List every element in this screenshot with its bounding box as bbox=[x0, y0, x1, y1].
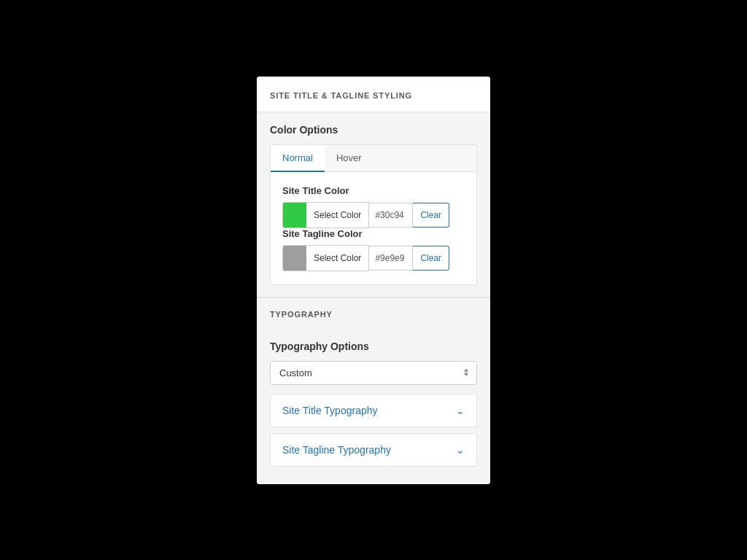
site-title-color-swatch bbox=[283, 203, 306, 228]
site-tagline-color-label: Site Tagline Color bbox=[282, 228, 465, 239]
chevron-down-icon: ⌄ bbox=[456, 405, 465, 416]
site-tagline-select-label: Select Color bbox=[306, 253, 368, 263]
panel-header: Site Title & Tagline Styling bbox=[257, 77, 490, 112]
site-tagline-color-row: Select Color #9e9e9 Clear bbox=[282, 245, 465, 271]
accordion-site-title-typography[interactable]: Site Title Typography ⌄ bbox=[270, 394, 477, 427]
site-title-color-picker-button[interactable]: Select Color bbox=[282, 202, 369, 228]
tab-normal[interactable]: Normal bbox=[271, 145, 325, 172]
site-tagline-clear-button[interactable]: Clear bbox=[413, 246, 449, 271]
color-options-label: Color Options bbox=[270, 124, 477, 136]
accordion-site-title-label: Site Title Typography bbox=[282, 405, 377, 416]
site-tagline-color-value: #9e9e9 bbox=[369, 246, 413, 271]
typography-select[interactable]: Custom Default Google Fonts bbox=[270, 361, 477, 385]
accordion-site-tagline-label: Site Tagline Typography bbox=[282, 444, 391, 456]
site-tagline-color-swatch bbox=[283, 246, 306, 271]
settings-panel: Site Title & Tagline Styling Color Optio… bbox=[257, 77, 490, 484]
typography-header: TYPOGRAPHY bbox=[257, 298, 490, 329]
chevron-down-icon-2: ⌄ bbox=[456, 444, 465, 456]
panel-title: Site Title & Tagline Styling bbox=[270, 91, 412, 100]
site-title-color-value: #30c94 bbox=[369, 203, 413, 228]
color-tabs-container: Normal Hover Site Title Color Select Col… bbox=[270, 144, 477, 285]
typography-select-wrapper: Custom Default Google Fonts ⇕ bbox=[270, 361, 477, 385]
site-title-color-row: Select Color #30c94 Clear bbox=[282, 202, 465, 228]
tabs-content: Site Title Color Select Color #30c94 Cle… bbox=[271, 172, 476, 284]
site-title-color-block: Site Title Color Select Color #30c94 Cle… bbox=[282, 185, 465, 228]
tab-hover[interactable]: Hover bbox=[325, 145, 374, 172]
site-title-color-label: Site Title Color bbox=[282, 185, 465, 196]
accordion-site-tagline-typography[interactable]: Site Tagline Typography ⌄ bbox=[270, 433, 477, 467]
tabs-bar: Normal Hover bbox=[271, 145, 476, 172]
site-title-clear-button[interactable]: Clear bbox=[413, 203, 449, 228]
typography-options-section: Typography Options Custom Default Google… bbox=[257, 329, 490, 484]
color-options-section: Color Options Normal Hover Site Title Co… bbox=[257, 112, 490, 297]
typography-options-label: Typography Options bbox=[270, 341, 477, 352]
site-tagline-color-picker-button[interactable]: Select Color bbox=[282, 245, 369, 271]
typography-section-label: TYPOGRAPHY bbox=[270, 310, 333, 319]
site-title-select-label: Select Color bbox=[306, 210, 368, 220]
site-tagline-color-block: Site Tagline Color Select Color #9e9e9 C… bbox=[282, 228, 465, 271]
